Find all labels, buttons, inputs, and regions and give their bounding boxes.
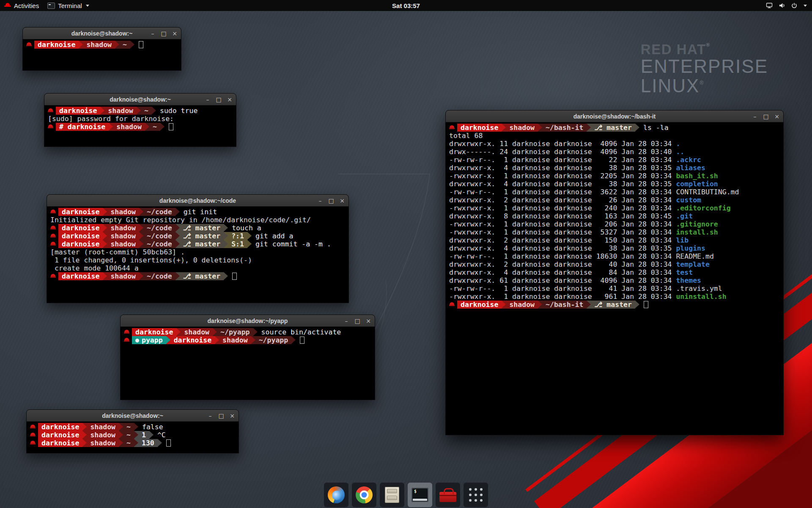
- prompt-segment-gitstatus: ?:1: [228, 232, 247, 240]
- terminal-window-pyapp[interactable]: darknoise@shadow:~/pyapp–□×darknoiseshad…: [120, 315, 375, 400]
- prompt-segment-host: shadow: [87, 423, 119, 431]
- dock-item-app-grid[interactable]: [464, 483, 488, 507]
- window-titlebar[interactable]: darknoise@shadow:~/code–□×: [47, 195, 348, 207]
- window-close-button[interactable]: ×: [365, 318, 371, 324]
- powerline-separator: [158, 439, 162, 447]
- window-maximize-button[interactable]: □: [216, 97, 222, 102]
- prompt-segment-path: ~: [123, 431, 134, 439]
- output-line: [master (root-commit) 50bcb63] .: [50, 248, 345, 256]
- command-text: git add a: [252, 232, 293, 240]
- powerline-arrow: [139, 232, 143, 240]
- app-menu-terminal[interactable]: Terminal: [43, 0, 93, 11]
- terminal-content[interactable]: darknoiseshadow~/codegit initInitialized…: [47, 207, 348, 303]
- prompt-line: # darknoiseshadow~: [48, 123, 233, 131]
- window-maximize-button[interactable]: □: [763, 113, 769, 119]
- powerline-arrow: [139, 208, 143, 215]
- ls-filename: themes: [676, 276, 701, 284]
- output-line: total 68: [449, 132, 780, 140]
- window-maximize-button[interactable]: □: [161, 30, 167, 36]
- command-text: git commit -a -m .: [252, 240, 331, 248]
- powerline-arrow: [176, 240, 180, 248]
- window-close-button[interactable]: ×: [172, 30, 178, 36]
- prompt-segment-user: darknoise: [58, 208, 103, 216]
- output-line: -rwxrwxr-x. 1 darknoise darknoise 240 Ja…: [449, 204, 780, 212]
- prompt-segment-host: shadow: [107, 232, 139, 240]
- terminal-content[interactable]: darknoiseshadow~/bash-it⎇ masterls -lato…: [446, 122, 783, 435]
- window-titlebar[interactable]: darknoise@shadow:~–□×: [44, 94, 236, 105]
- terminal-content[interactable]: darknoiseshadow~/pyappsource bin/activat…: [121, 327, 375, 400]
- window-minimize-button[interactable]: –: [343, 318, 349, 324]
- dock-item-toolbox[interactable]: [436, 483, 460, 507]
- window-minimize-button[interactable]: –: [207, 413, 213, 419]
- python-icon: [135, 339, 139, 342]
- window-maximize-button[interactable]: □: [218, 413, 224, 419]
- powerline-separator: [213, 328, 217, 336]
- window-close-button[interactable]: ×: [229, 413, 235, 419]
- window-close-button[interactable]: ×: [227, 97, 233, 102]
- terminal-window-home-a[interactable]: darknoise@shadow:~–□×darknoiseshadow~: [22, 27, 181, 71]
- window-minimize-button[interactable]: –: [317, 198, 323, 204]
- system-status-area[interactable]: [760, 0, 812, 11]
- terminal-content[interactable]: darknoiseshadow~sudo true[sudo] password…: [44, 105, 236, 146]
- powerline-arrow: [538, 301, 542, 308]
- window-minimize-button[interactable]: –: [752, 113, 758, 119]
- dock-item-files[interactable]: [380, 483, 404, 507]
- powerline-arrow: [103, 224, 107, 232]
- prompt-segment-host: shadow: [107, 224, 139, 232]
- window-close-button[interactable]: ×: [339, 198, 345, 204]
- ls-fileinfo: -rwxrwxr-x. 1 darknoise darknoise 206 Ja…: [449, 220, 676, 228]
- ls-fileinfo: drwxrwxr-x. 2 darknoise darknoise 150 Ja…: [449, 236, 676, 244]
- powerline-arrow: [176, 272, 180, 280]
- prompt-segment-status: 130: [138, 439, 158, 447]
- ls-filename: .ackrc: [676, 156, 701, 164]
- powerline-separator: [166, 336, 170, 344]
- prompt-segment-path: ~/bash-it: [542, 301, 587, 309]
- dock: [324, 483, 488, 507]
- powerline-arrow: [247, 240, 252, 248]
- window-titlebar[interactable]: darknoise@shadow:~/bash-it–□×: [446, 110, 783, 122]
- activities-button[interactable]: Activities: [0, 0, 43, 11]
- prompt-line: darknoiseshadow~/code⎇ mastertouch a: [50, 224, 345, 232]
- output-line: drwxrwxr-x. 8 darknoise darknoise 163 Ja…: [449, 212, 780, 220]
- ls-fileinfo: drwxrwxr-x. 2 darknoise darknoise 26 Jan…: [449, 196, 676, 204]
- terminal-content[interactable]: darknoiseshadow~: [23, 39, 181, 70]
- prompt-segment-user: darknoise: [34, 41, 79, 49]
- redhat-prompt-icon: [30, 431, 36, 439]
- terminal-window-code[interactable]: darknoise@shadow:~/code–□×darknoiseshado…: [47, 194, 349, 303]
- redhat-prompt-icon: [50, 240, 56, 248]
- window-controls: –□×: [343, 315, 371, 326]
- powerline-separator: [103, 232, 107, 240]
- window-minimize-button[interactable]: –: [150, 30, 156, 36]
- window-maximize-button[interactable]: □: [328, 198, 334, 204]
- terminal-content[interactable]: darknoiseshadow~falsedarknoiseshadow~1^C…: [27, 422, 239, 453]
- window-maximize-button[interactable]: □: [354, 318, 360, 324]
- window-titlebar[interactable]: darknoise@shadow:~–□×: [23, 28, 181, 39]
- terminal-cursor: [139, 41, 143, 48]
- ls-filename: aliases: [676, 164, 705, 172]
- powerline-separator: [538, 124, 542, 132]
- terminal-window-home-sudo[interactable]: darknoise@shadow:~–□×darknoiseshadow~sud…: [44, 93, 236, 147]
- window-titlebar[interactable]: darknoise@shadow:~–□×: [27, 410, 239, 422]
- window-minimize-button[interactable]: –: [205, 97, 211, 102]
- terminal-window-home-exit[interactable]: darknoise@shadow:~–□×darknoiseshadow~fal…: [26, 409, 239, 453]
- dock-item-chrome[interactable]: [352, 483, 376, 507]
- dock-item-firefox[interactable]: [324, 483, 348, 507]
- powerline-arrow: [149, 431, 154, 439]
- terminal-window-bash-it[interactable]: darknoise@shadow:~/bash-it–□×darknoisesh…: [445, 110, 784, 435]
- powerline-arrow: [134, 431, 138, 439]
- powerline-arrow: [176, 208, 180, 215]
- window-close-button[interactable]: ×: [774, 113, 780, 119]
- powerline-arrow: [158, 439, 162, 447]
- prompt-segment-path: ~/pyapp: [255, 336, 292, 344]
- prompt-segment-host: shadow: [87, 439, 119, 447]
- power-icon: [791, 2, 798, 9]
- powerline-arrow: [130, 41, 134, 48]
- prompt-segment-host: shadow: [83, 41, 115, 49]
- output-line: -rw-rw-r--. 1 darknoise darknoise 3622 J…: [449, 188, 780, 196]
- ls-fileinfo: -rw-rw-r--. 1 darknoise darknoise 22 Jan…: [449, 156, 676, 164]
- ls-filename: lib: [676, 236, 689, 244]
- dock-item-terminal[interactable]: [408, 483, 432, 507]
- powerline-separator: [82, 439, 87, 447]
- clock[interactable]: Sat 03:57: [392, 2, 420, 9]
- window-titlebar[interactable]: darknoise@shadow:~/pyapp–□×: [121, 315, 375, 327]
